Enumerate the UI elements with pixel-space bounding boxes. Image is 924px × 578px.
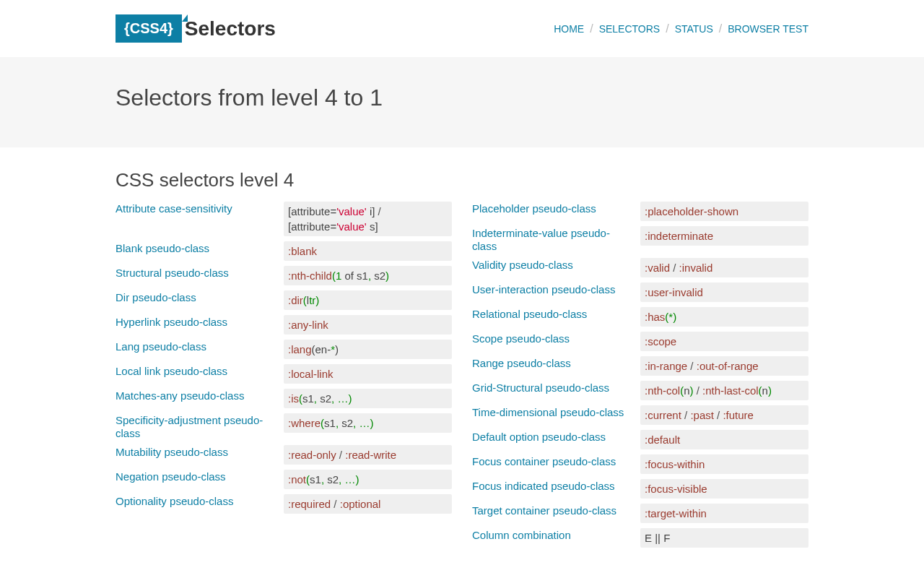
selector-link[interactable]: Scope pseudo-class: [472, 332, 570, 345]
selector-label: Relational pseudo-class: [472, 307, 640, 321]
selector-row: Attribute case-sensitivity[attribute='va…: [116, 202, 452, 236]
selector-link[interactable]: Local link pseudo-class: [116, 365, 227, 377]
selector-row: Mutability pseudo-class:read-only / :rea…: [116, 445, 452, 465]
selector-row: Grid-Structural pseudo-class:nth-col(n) …: [472, 381, 808, 400]
selector-link[interactable]: Blank pseudo-class: [116, 242, 209, 254]
selector-row: User-interaction pseudo-class:user-inval…: [472, 282, 808, 302]
code-snippet: :dir(ltr): [284, 290, 452, 310]
section-title-lvl4: CSS selectors level 4: [116, 169, 808, 191]
selector-link[interactable]: User-interaction pseudo-class: [472, 283, 615, 296]
selector-link[interactable]: Optionality pseudo-class: [116, 495, 233, 507]
selector-link[interactable]: Placeholder pseudo-class: [472, 202, 596, 215]
code-snippet: :read-only / :read-write: [284, 445, 452, 465]
nav-item: HOME/: [554, 22, 593, 35]
selector-link[interactable]: Lang pseudo-class: [116, 340, 206, 353]
selector-row: Target container pseudo-class:target-wit…: [472, 504, 808, 523]
nav-separator: /: [590, 22, 593, 35]
selector-label: Local link pseudo-class: [116, 364, 284, 378]
selector-label: Column combination: [472, 528, 640, 542]
selector-link[interactable]: Dir pseudo-class: [116, 291, 196, 303]
nav-separator: /: [666, 22, 668, 35]
selector-link[interactable]: Time-dimensional pseudo-class: [472, 406, 624, 418]
selector-label: Specificity-adjustment pseudo-class: [116, 413, 284, 440]
selector-label: Default option pseudo-class: [472, 430, 640, 444]
logo[interactable]: {CSS4} Selectors: [116, 14, 276, 43]
selector-label: Target container pseudo-class: [472, 504, 640, 517]
selector-link[interactable]: Structural pseudo-class: [116, 267, 229, 279]
nav-link[interactable]: STATUS: [675, 23, 713, 35]
selector-row: Negation pseudo-class:not(s1, s2, …): [116, 470, 452, 489]
selector-label: Scope pseudo-class: [472, 332, 640, 345]
code-snippet: :blank: [284, 241, 452, 261]
main-nav: HOME/SELECTORS/STATUS/BROWSER TEST: [554, 22, 808, 35]
selector-label: Attribute case-sensitivity: [116, 202, 284, 215]
selector-link[interactable]: Focus container pseudo-class: [472, 455, 616, 467]
code-snippet: :nth-child(1 of s1, s2): [284, 266, 452, 285]
code-snippet: :local-link: [284, 364, 452, 384]
selector-row: Validity pseudo-class:valid / :invalid: [472, 258, 808, 277]
selector-label: Structural pseudo-class: [116, 266, 284, 280]
selector-link[interactable]: Attribute case-sensitivity: [116, 202, 232, 215]
selector-row: Time-dimensional pseudo-class:current / …: [472, 405, 808, 425]
selector-link[interactable]: Focus indicated pseudo-class: [472, 480, 615, 492]
site-header: {CSS4} Selectors HOME/SELECTORS/STATUS/B…: [0, 0, 924, 57]
selector-link[interactable]: Column combination: [472, 529, 571, 541]
selector-row: Optionality pseudo-class:required / :opt…: [116, 494, 452, 514]
selector-row: Local link pseudo-class:local-link: [116, 364, 452, 384]
nav-link[interactable]: SELECTORS: [599, 23, 661, 35]
selector-row: Placeholder pseudo-class:placeholder-sho…: [472, 202, 808, 221]
code-snippet: :default: [640, 430, 808, 449]
code-snippet: :target-within: [640, 504, 808, 523]
code-snippet: :focus-within: [640, 454, 808, 474]
selector-row: Hyperlink pseudo-class:any-link: [116, 315, 452, 335]
selector-row: Blank pseudo-class:blank: [116, 241, 452, 261]
selector-link[interactable]: Mutability pseudo-class: [116, 446, 228, 458]
selector-link[interactable]: Validity pseudo-class: [472, 259, 573, 271]
logo-text: Selectors: [185, 17, 276, 40]
nav-link[interactable]: HOME: [554, 23, 584, 35]
selector-label: Range pseudo-class: [472, 356, 640, 370]
code-snippet: :not(s1, s2, …): [284, 470, 452, 489]
selector-link[interactable]: Indeterminate-value pseudo-class: [472, 227, 610, 252]
code-snippet: :indeterminate: [640, 226, 808, 246]
selector-link[interactable]: Specificity-adjustment pseudo-class: [116, 414, 263, 439]
selector-row: Structural pseudo-class:nth-child(1 of s…: [116, 266, 452, 285]
selector-link[interactable]: Hyperlink pseudo-class: [116, 316, 227, 328]
selector-label: Time-dimensional pseudo-class: [472, 405, 640, 419]
selector-label: Dir pseudo-class: [116, 290, 284, 304]
selector-link[interactable]: Negation pseudo-class: [116, 470, 226, 483]
code-snippet: :where(s1, s2, …): [284, 413, 452, 433]
code-snippet: :scope: [640, 332, 808, 351]
code-snippet: :any-link: [284, 315, 452, 335]
selector-link[interactable]: Range pseudo-class: [472, 357, 571, 369]
selector-label: Focus indicated pseudo-class: [472, 479, 640, 493]
code-snippet: :current / :past / :future: [640, 405, 808, 425]
selector-label: Focus container pseudo-class: [472, 454, 640, 468]
selector-row: Matches-any pseudo-class:is(s1, s2, …): [116, 389, 452, 408]
selector-label: Hyperlink pseudo-class: [116, 315, 284, 329]
selector-label: Placeholder pseudo-class: [472, 202, 640, 215]
selector-label: Grid-Structural pseudo-class: [472, 381, 640, 394]
selector-label: Mutability pseudo-class: [116, 445, 284, 459]
selector-row: Focus container pseudo-class:focus-withi…: [472, 454, 808, 474]
selector-label: Blank pseudo-class: [116, 241, 284, 255]
nav-link[interactable]: BROWSER TEST: [728, 23, 808, 35]
nav-item: STATUS/: [675, 22, 723, 35]
selector-link[interactable]: Relational pseudo-class: [472, 308, 587, 320]
selector-row: Column combinationE || F: [472, 528, 808, 548]
selector-link[interactable]: Grid-Structural pseudo-class: [472, 381, 609, 394]
code-snippet: :valid / :invalid: [640, 258, 808, 277]
selector-row: Scope pseudo-class:scope: [472, 332, 808, 351]
code-snippet: :has(*): [640, 307, 808, 327]
selector-link[interactable]: Target container pseudo-class: [472, 504, 616, 517]
selector-row: Range pseudo-class:in-range / :out-of-ra…: [472, 356, 808, 376]
code-snippet: E || F: [640, 528, 808, 548]
selector-row: Focus indicated pseudo-class:focus-visib…: [472, 479, 808, 499]
logo-badge: {CSS4}: [116, 14, 182, 43]
selector-link[interactable]: Matches-any pseudo-class: [116, 389, 244, 402]
selector-link[interactable]: Default option pseudo-class: [472, 431, 606, 443]
code-snippet: :focus-visible: [640, 479, 808, 499]
selector-label: Indeterminate-value pseudo-class: [472, 226, 640, 253]
selector-label: Lang pseudo-class: [116, 340, 284, 353]
selector-label: Optionality pseudo-class: [116, 494, 284, 508]
